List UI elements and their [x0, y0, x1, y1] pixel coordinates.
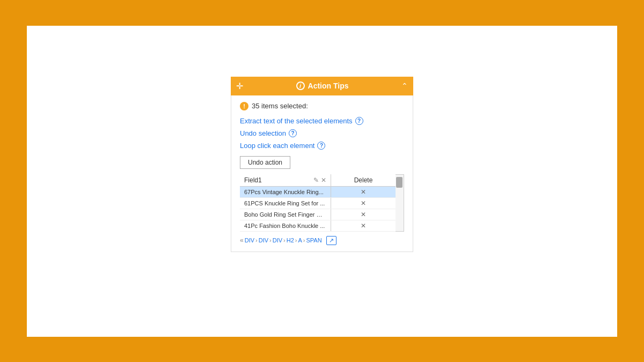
breadcrumb-div-3[interactable]: DIV	[273, 237, 282, 243]
loop-click-help-icon[interactable]: ?	[317, 142, 325, 150]
cell-name-0: 67Pcs Vintage Knuckle Ring...	[240, 187, 331, 197]
field1-label: Field1	[244, 176, 262, 184]
external-link-button[interactable]: ↗	[326, 236, 336, 245]
cell-name-3: 41Pc Fashion Boho Knuckle ...	[240, 220, 331, 231]
extract-text-link[interactable]: Extract text of the selected elements ?	[240, 117, 404, 125]
undo-selection-label: Undo selection	[240, 129, 286, 137]
edit-icon[interactable]: ✎	[313, 176, 319, 184]
cell-delete-0[interactable]: ✕	[331, 188, 396, 196]
table-row[interactable]: 41Pc Fashion Boho Knuckle ... ✕	[240, 220, 396, 232]
data-table: Field1 ✎ ✕ Delete 67Pcs Vintage Knuckle	[240, 174, 404, 232]
breadcrumb-sep-4: ›	[295, 237, 297, 243]
breadcrumb-h2[interactable]: H2	[287, 237, 294, 243]
undo-selection-help-icon[interactable]: ?	[289, 129, 297, 137]
main-panel: ✛ i Action Tips ⌃ ! 35 items selected: E…	[27, 26, 617, 337]
extract-text-label: Extract text of the selected elements	[240, 117, 353, 125]
table-row[interactable]: 61PCS Knuckle Ring Set for ... ✕	[240, 198, 396, 209]
action-tips-body: ! 35 items selected: Extract text of the…	[231, 95, 413, 252]
drag-handle[interactable]: ✛	[236, 81, 243, 91]
undo-action-button[interactable]: Undo action	[240, 156, 290, 169]
header-title: Action Tips	[308, 82, 349, 90]
breadcrumb-sep-3: ›	[283, 237, 286, 243]
breadcrumb-first[interactable]: «	[240, 237, 244, 244]
breadcrumb-div-1[interactable]: DIV	[245, 237, 254, 243]
breadcrumb-a[interactable]: A	[298, 237, 302, 243]
table-scrollbar[interactable]	[396, 174, 404, 232]
column-field1: Field1 ✎ ✕	[240, 174, 331, 186]
table-row[interactable]: Boho Gold Ring Set Finger Ri... ✕	[240, 209, 396, 220]
cell-name-2: Boho Gold Ring Set Finger Ri...	[240, 209, 331, 220]
table-row[interactable]: 67Pcs Vintage Knuckle Ring... ✕	[240, 187, 396, 198]
field1-icons: ✎ ✕	[313, 176, 326, 184]
info-icon: i	[296, 82, 305, 90]
collapse-icon: ⌃	[401, 82, 408, 90]
table-inner: Field1 ✎ ✕ Delete 67Pcs Vintage Knuckle	[240, 174, 396, 232]
breadcrumb-sep-1: ›	[255, 237, 258, 243]
breadcrumb-sep-2: ›	[269, 237, 272, 243]
cell-delete-2[interactable]: ✕	[331, 211, 396, 218]
items-selected-text: 35 items selected:	[252, 102, 308, 110]
action-tips-header[interactable]: ✛ i Action Tips ⌃	[231, 77, 413, 95]
cell-delete-3[interactable]: ✕	[331, 222, 396, 230]
undo-selection-link[interactable]: Undo selection ?	[240, 129, 404, 137]
items-selected-row: ! 35 items selected:	[240, 102, 404, 110]
extract-text-help-icon[interactable]: ?	[355, 117, 363, 125]
breadcrumb-div-2[interactable]: DIV	[259, 237, 268, 243]
header-title-area: i Action Tips	[296, 82, 349, 90]
action-tips-widget: ✛ i Action Tips ⌃ ! 35 items selected: E…	[231, 77, 413, 252]
loop-click-link[interactable]: Loop click each element ?	[240, 142, 404, 150]
breadcrumb: « DIV › DIV › DIV › H2 › A › SPAN ↗	[240, 236, 404, 245]
breadcrumb-sep-5: ›	[303, 237, 305, 243]
collapse-button[interactable]: ⌃	[401, 82, 408, 90]
close-col-icon[interactable]: ✕	[321, 176, 326, 184]
drag-icon: ✛	[236, 81, 243, 91]
warning-icon: !	[240, 102, 248, 110]
cell-name-1: 61PCS Knuckle Ring Set for ...	[240, 198, 331, 209]
scrollbar-thumb[interactable]	[396, 177, 402, 188]
loop-click-label: Loop click each element	[240, 142, 314, 150]
delete-label: Delete	[354, 176, 373, 184]
cell-delete-1[interactable]: ✕	[331, 200, 396, 207]
column-delete: Delete	[331, 174, 396, 186]
breadcrumb-span[interactable]: SPAN	[306, 237, 321, 243]
table-header: Field1 ✎ ✕ Delete	[240, 174, 396, 187]
